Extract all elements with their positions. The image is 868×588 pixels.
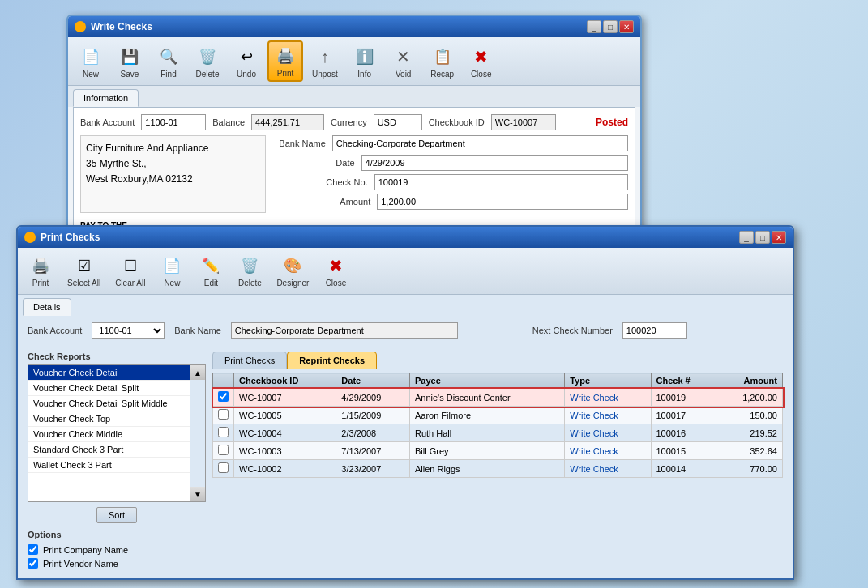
bank-name-input[interactable] — [332, 135, 628, 151]
delete-button[interactable]: 🗑️ Delete — [190, 42, 225, 82]
info-label: Info — [357, 70, 371, 79]
close-window-button[interactable]: ✕ — [619, 20, 634, 33]
cell-amount: 770.00 — [716, 460, 783, 478]
pc-bank-account-select[interactable]: 1100-01 — [92, 322, 165, 339]
reprint-checks-tab[interactable]: Reprint Checks — [287, 352, 377, 369]
next-check-number-input[interactable] — [622, 322, 687, 339]
report-item-3[interactable]: Voucher Check Detail Split Middle — [28, 396, 190, 411]
report-item-4[interactable]: Voucher Check Top — [28, 411, 190, 427]
print-vendor-checkbox[interactable] — [28, 558, 38, 569]
cell-date: 7/13/2007 — [336, 442, 410, 460]
pc-new-button[interactable]: 📄 New — [154, 251, 190, 291]
balance-label: Balance — [212, 117, 245, 127]
check-no-input[interactable] — [374, 174, 628, 190]
clear-all-button[interactable]: ☐ Clear All — [109, 251, 151, 291]
amount-label: Amount — [340, 197, 370, 207]
report-item-7[interactable]: Wallet Check 3 Part — [28, 458, 190, 473]
table-row[interactable]: WC-100051/15/2009Aaron FilmoreWrite Chec… — [213, 407, 783, 424]
report-item-2[interactable]: Voucher Check Detail Split — [28, 381, 190, 396]
pc-delete-label: Delete — [238, 279, 262, 288]
bank-name-row: Bank Name — [279, 135, 628, 151]
pc-print-button[interactable]: 🖨️ Print — [23, 251, 58, 291]
designer-button[interactable]: 🎨 Designer — [271, 251, 314, 291]
cell-payee: Ruth Hall — [409, 424, 564, 442]
void-label: Void — [396, 70, 411, 79]
report-item-6[interactable]: Standard Check 3 Part — [28, 442, 190, 458]
close-icon: ✖ — [470, 45, 493, 68]
print-checks-icon — [24, 232, 36, 243]
recap-button[interactable]: 📋 Recap — [425, 42, 460, 82]
void-button[interactable]: ✕ Void — [386, 42, 421, 82]
info-button[interactable]: ℹ️ Info — [347, 42, 383, 82]
pc-close-button[interactable]: ✕ — [772, 231, 786, 244]
save-label: Save — [121, 70, 139, 79]
pc-delete-button[interactable]: 🗑️ Delete — [232, 251, 267, 291]
find-button[interactable]: 🔍 Find — [151, 42, 186, 82]
print-icon: 🖨️ — [274, 45, 297, 67]
cell-check-num: 100015 — [651, 442, 716, 460]
pc-new-icon: 📄 — [160, 254, 183, 277]
row-checkbox[interactable] — [218, 391, 229, 402]
currency-label: Currency — [331, 117, 367, 127]
row-checkbox[interactable] — [218, 445, 229, 455]
pc-new-label: New — [164, 279, 180, 288]
check-no-label: Check No. — [326, 177, 367, 187]
row-checkbox[interactable] — [218, 462, 229, 473]
recap-label: Recap — [430, 70, 454, 79]
pc-close-toolbar-button[interactable]: ✖ Close — [318, 251, 353, 291]
row-checkbox[interactable] — [218, 409, 229, 420]
balance-input — [251, 114, 324, 130]
minimize-button[interactable]: _ — [587, 20, 601, 33]
close-button[interactable]: ✖ Close — [464, 42, 499, 82]
option-print-vendor: Print Vendor Name — [28, 558, 783, 569]
new-label: New — [83, 70, 99, 79]
details-tab[interactable]: Details — [23, 298, 71, 316]
print-checks-title: Print Checks — [41, 232, 100, 243]
information-tab[interactable]: Information — [73, 89, 139, 107]
company-name: City Furniture And Appliance — [86, 141, 260, 156]
print-vendor-label: Print Vendor Name — [43, 559, 118, 569]
sort-button[interactable]: Sort — [96, 507, 137, 523]
scroll-down-button[interactable]: ▼ — [190, 487, 205, 501]
print-checks-tab[interactable]: Print Checks — [212, 352, 287, 369]
amount-input[interactable] — [377, 194, 628, 210]
print-button[interactable]: 🖨️ Print — [267, 40, 303, 82]
select-all-button[interactable]: ☑ Select All — [62, 251, 106, 291]
table-row[interactable]: WC-100074/29/2009Annie's Discount Center… — [213, 389, 783, 407]
print-checks-title-buttons: _ □ ✕ — [739, 231, 786, 244]
cell-checkbook-id: WC-10002 — [234, 460, 336, 478]
undo-button[interactable]: ↩ Undo — [229, 42, 264, 82]
scroll-up-button[interactable]: ▲ — [190, 365, 205, 380]
bank-account-input[interactable] — [141, 114, 206, 130]
currency-input[interactable] — [374, 114, 422, 130]
row-checkbox[interactable] — [218, 427, 229, 437]
address-section: City Furniture And Appliance 35 Myrthe S… — [80, 135, 628, 213]
report-item-1[interactable]: Voucher Check Detail — [28, 365, 190, 381]
reports-list[interactable]: Voucher Check Detail Voucher Check Detai… — [28, 364, 190, 502]
new-icon: 📄 — [79, 45, 102, 68]
street-address: 35 Myrthe St., — [86, 156, 260, 172]
save-button[interactable]: 💾 Save — [112, 42, 148, 82]
report-item-5[interactable]: Voucher Check Middle — [28, 427, 190, 442]
print-company-checkbox[interactable] — [28, 544, 38, 555]
maximize-button[interactable]: □ — [603, 20, 618, 33]
address-box: City Furniture And Appliance 35 Myrthe S… — [80, 135, 266, 213]
date-input[interactable] — [361, 155, 628, 171]
date-label: Date — [336, 158, 354, 168]
write-checks-title-buttons: _ □ ✕ — [587, 20, 634, 33]
bank-name-label: Bank Name — [279, 138, 325, 148]
print-label: Print — [277, 69, 294, 78]
table-row[interactable]: WC-100037/13/2007Bill GreyWrite Check100… — [213, 442, 783, 460]
new-button[interactable]: 📄 New — [73, 42, 109, 82]
pc-maximize-button[interactable]: □ — [755, 231, 770, 244]
table-row[interactable]: WC-100023/23/2007Allen RiggsWrite Check1… — [213, 460, 783, 478]
cell-type: Write Check — [565, 424, 651, 442]
unpost-button[interactable]: ↑ Unpost — [306, 42, 344, 82]
edit-button[interactable]: ✏️ Edit — [193, 251, 229, 291]
pc-print-icon: 🖨️ — [29, 254, 52, 277]
cell-payee: Annie's Discount Center — [409, 389, 564, 407]
pc-minimize-button[interactable]: _ — [739, 231, 754, 244]
table-row[interactable]: WC-100042/3/2008Ruth HallWrite Check1000… — [213, 424, 783, 442]
cell-check-num: 100016 — [651, 424, 716, 442]
col-payee: Payee — [409, 373, 564, 389]
